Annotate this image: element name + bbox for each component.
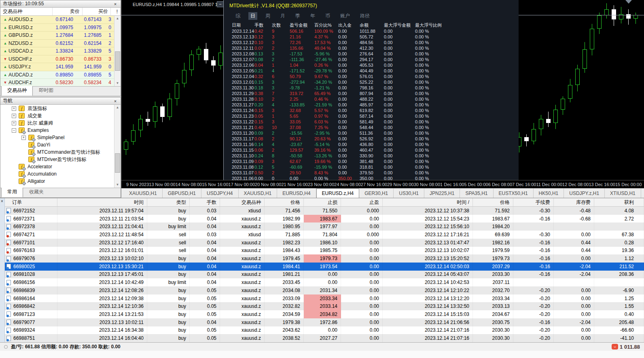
market-watch-scrollbar[interactable]: ▲ ▼: [114, 16, 121, 86]
chart-tab-XAUUSD,H1[interactable]: XAUUSD,H1: [239, 189, 278, 198]
stats-cell: 2: [272, 130, 290, 136]
stats-cell: 0.00 %: [415, 102, 519, 108]
order-row[interactable]: 669861642023.12.14 12:09:38buy0.05xauusd…: [5, 294, 644, 303]
navigator-scrollbar[interactable]: ▲ ▼: [114, 105, 121, 188]
chart-tab-EURUSD,H4[interactable]: EURUSD,H4: [277, 189, 316, 198]
minimize-button[interactable]: −: [217, 1, 224, 7]
tree-item-MTDriver盈亏统计指标[interactable]: fMTDriver盈亏统计指标: [0, 156, 121, 163]
expand-icon[interactable]: +: [12, 106, 16, 111]
stats-menu-综[interactable]: 综: [233, 12, 242, 20]
order-row[interactable]: 669723782023.12.11 21:04:41buy limit0.04…: [5, 222, 644, 231]
order-row[interactable]: 669871232023.12.14 13:21:53buy0.05xauusd…: [5, 310, 644, 318]
market-watch-row[interactable]: ▼AUDCHF.z0.582300.582344: [0, 79, 121, 86]
expand-icon[interactable]: +: [21, 136, 26, 140]
collapse-icon[interactable]: −: [12, 128, 16, 133]
tree-item-Examples[interactable]: −fExamples: [0, 127, 121, 134]
market-watch-row[interactable]: ▲USDCAD.z1.338241.338295: [0, 47, 121, 55]
scroll-to-end-icon[interactable]: [625, 0, 632, 4]
tree-item-MTCommander盈亏统计指标[interactable]: fMTCommander盈亏统计指标: [0, 148, 121, 156]
stats-cell: 0.00 %: [415, 136, 519, 142]
order-cell: 2033.34: [473, 294, 513, 303]
chart-tab-GER30,H1[interactable]: GER30,H1: [359, 189, 394, 198]
stats-cell: 3: [272, 159, 290, 164]
tree-item-Accelerator[interactable]: fAccelerator: [0, 163, 121, 170]
scroll-thumb[interactable]: [115, 153, 120, 173]
chart-tab-EUSTX50,H1[interactable]: EUSTX50,H1: [494, 189, 534, 198]
chart-tab-XAUUSD,H1[interactable]: XAUUSD,H1: [124, 189, 163, 198]
chart-tab-JPN225,H1[interactable]: JPN225,H1: [424, 189, 460, 198]
order-row[interactable]: 669810282023.12.13 17:45:01buy0.04xauusd…: [5, 271, 644, 279]
market-watch-row[interactable]: ▲AUDUSD.z0.671400.671433: [0, 16, 121, 24]
tree-item-震荡指标[interactable]: +f震荡指标: [0, 105, 121, 112]
tree-item-label: 比尔 威廉姆: [28, 120, 53, 127]
stats-cell: -9.78: [290, 85, 314, 91]
market-watch-row[interactable]: ▼USDCHF.z0.867300.867333: [0, 55, 121, 64]
tree-item-Alligator[interactable]: fAlligator: [0, 178, 121, 185]
order-cell: 2037.29: [473, 263, 513, 271]
order-row[interactable]: 669771012023.12.12 17:16:40sell0.04xauus…: [5, 239, 644, 247]
order-cell: 2023.12.14 05:43:07: [383, 271, 473, 279]
order-row[interactable]: 669868392023.12.14 12:08:26buy0.05xauusd…: [5, 286, 644, 294]
stats-menu-周[interactable]: 周: [263, 12, 272, 20]
chart-tab-XAUUSDs,H1[interactable]: XAUUSDs,H1: [641, 189, 644, 198]
scroll-down-icon[interactable]: ▼: [114, 182, 121, 188]
stats-menu-账户[interactable]: 账户: [338, 12, 352, 20]
close-icon[interactable]: ×: [1, 199, 3, 203]
stats-cell: 21.16: [290, 34, 314, 40]
stats-menu-路径[interactable]: 路径: [358, 12, 372, 20]
tree-item-比尔 威廉姆[interactable]: +f比尔 威廉姆: [0, 119, 121, 127]
stats-menu-季[interactable]: 季: [293, 12, 302, 20]
market-watch-row[interactable]: ▲AUDCAD.z0.898500.898555: [0, 71, 121, 79]
scroll-up-icon[interactable]: ▲: [114, 105, 121, 110]
chart-tab-SPA35,H1[interactable]: SPA35,H1: [460, 189, 493, 198]
close-icon[interactable]: ×: [112, 2, 118, 6]
order-cell: 0.00: [341, 263, 383, 271]
order-row[interactable]: 669742712023.12.12 11:48:54sell0.03xtius…: [5, 231, 644, 239]
market-watch-row[interactable]: ▲EURUSD.z1.099751.099750: [0, 24, 121, 32]
stats-menu-币[interactable]: 币: [323, 12, 332, 20]
stats-cell: 807.94: [360, 91, 384, 96]
chart-tab-USDJPY,H4[interactable]: USDJPY,H4: [201, 189, 238, 198]
scroll-down-icon[interactable]: ▼: [114, 80, 121, 86]
tab-交易品种[interactable]: 交易品种: [1, 85, 33, 96]
market-watch-row[interactable]: ▲GBPUSD.z1.276841.276851: [0, 32, 121, 40]
expand-icon[interactable]: +: [12, 121, 16, 125]
order-row[interactable]: 669723712023.12.11 21:03:54buy0.04xauusd…: [5, 215, 644, 223]
tree-item-Accumulation[interactable]: fAccumulation: [0, 170, 121, 178]
chart-tab-GBPUSD,H1[interactable]: GBPUSD,H1: [163, 189, 201, 198]
tab-常用[interactable]: 常用: [1, 187, 23, 197]
order-row[interactable]: 669868422023.12.14 12:10:36buy0.05xauusd…: [5, 302, 644, 310]
scroll-up-icon[interactable]: ▲: [114, 16, 121, 21]
order-row[interactable]: 669893242023.12.14 16:34:38buy0.05xauusd…: [5, 326, 644, 335]
market-watch-row[interactable]: ▲NZDUSD.z0.621520.621542: [0, 40, 121, 48]
tree-item-DaoYi[interactable]: fDaoYi: [0, 141, 121, 148]
chart-tab-US30,H1[interactable]: US30,H1: [394, 189, 424, 198]
order-row[interactable]: 669790762023.12.13 10:02:10buy0.04xauusd…: [5, 254, 644, 263]
tab-即时图[interactable]: 即时图: [33, 85, 59, 96]
order-row[interactable]: 669861562023.12.14 10:42:49buy limit0.04…: [5, 278, 644, 286]
tree-item-成交量[interactable]: +f成交量: [0, 112, 121, 119]
expand-icon[interactable]: +: [12, 114, 16, 118]
order-cell: 1979.38: [265, 318, 304, 326]
stats-menu-日[interactable]: 日: [248, 12, 257, 20]
chart-tab-XTIUSD,H1[interactable]: XTIUSD,H1: [605, 189, 641, 198]
order-row[interactable]: 669887512023.12.14 16:04:40buy0.05xauusd…: [5, 334, 644, 342]
order-row[interactable]: 669790772023.12.13 10:02:11buy0.04xauusd…: [5, 318, 644, 326]
close-icon[interactable]: ×: [112, 99, 118, 104]
orders-column-header: 获利: [594, 198, 644, 206]
candlestick-chart[interactable]: EURUSD.z,H4 1.09844 1.09985 1.09807 1.09…: [121, 0, 644, 180]
stats-menu-月[interactable]: 月: [278, 12, 287, 20]
order-row[interactable]: 669721522023.12.11 19:57:04buy0.03xtiusd…: [5, 207, 644, 215]
tree-item-SimplePanel[interactable]: +fSimplePanel: [0, 134, 121, 141]
tab-收藏夹[interactable]: 收藏夹: [23, 187, 50, 197]
chart-tab-USDJPY.z,H1[interactable]: USDJPY.z,H1: [564, 189, 605, 198]
stats-cell: 405.53: [360, 62, 384, 68]
stats-cell: 2023.11.28: [232, 96, 254, 102]
chart-tab-EURUSD.z,H4[interactable]: EURUSD.z,H4: [316, 189, 360, 198]
order-row[interactable]: 669800252023.12.13 15:30:21buy0.04xauusd…: [5, 263, 644, 271]
chart-tab-HK50,H1[interactable]: HK50,H1: [534, 189, 564, 198]
scroll-thumb[interactable]: [115, 51, 120, 71]
market-watch-row[interactable]: ▲USDJPY.z141.959141.9590: [0, 63, 121, 71]
stats-menu-年[interactable]: 年: [308, 12, 317, 20]
order-row[interactable]: 669761632023.12.12 16:01:01sell0.04xauus…: [5, 247, 644, 255]
